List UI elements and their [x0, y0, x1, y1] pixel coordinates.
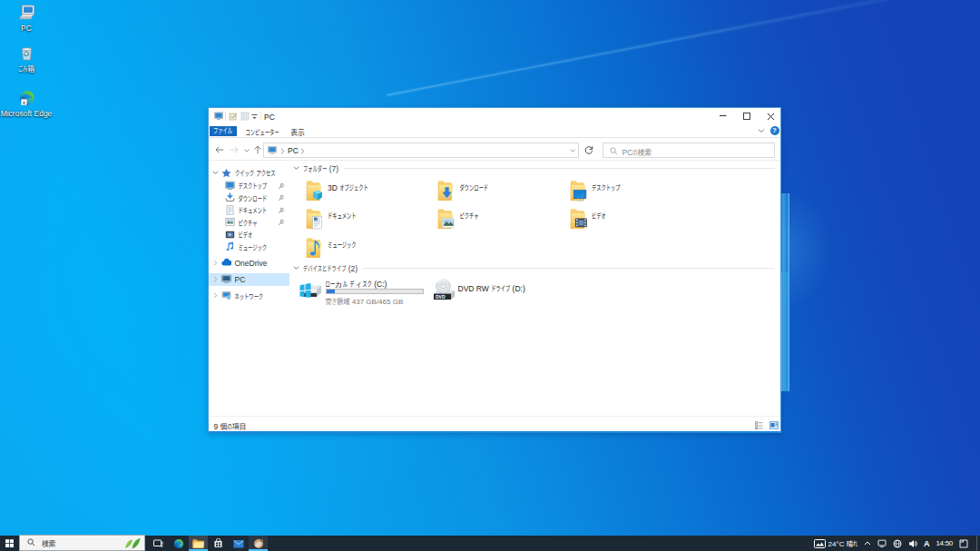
svg-text:DVD: DVD	[436, 294, 446, 300]
